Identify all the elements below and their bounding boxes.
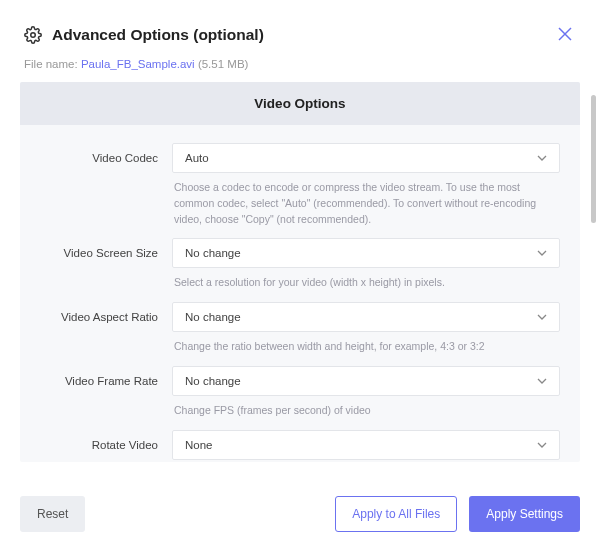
section-title: Video Options [20, 82, 580, 125]
gear-icon [24, 26, 42, 44]
select-value: Auto [185, 152, 209, 164]
select-value: No change [185, 375, 241, 387]
file-size: (5.51 MB) [198, 58, 249, 70]
apply-all-button[interactable]: Apply to All Files [335, 496, 457, 532]
close-icon [558, 27, 572, 41]
file-name-label: File name: [24, 58, 78, 70]
file-name-row: File name: Paula_FB_Sample.avi (5.51 MB) [0, 58, 600, 82]
hint-frame-rate: Change FPS (frames per second) of video [172, 396, 560, 419]
field-video-codec: Video Codec Auto Choose a codec to encod… [34, 143, 560, 227]
svg-point-0 [31, 33, 36, 38]
chevron-down-icon [537, 248, 547, 258]
label-screen-size: Video Screen Size [34, 238, 172, 259]
chevron-down-icon [537, 312, 547, 322]
modal-title: Advanced Options (optional) [52, 26, 554, 44]
select-frame-rate[interactable]: No change [172, 366, 560, 396]
chevron-down-icon [537, 440, 547, 450]
select-value: None [185, 439, 213, 451]
chevron-down-icon [537, 153, 547, 163]
reset-button[interactable]: Reset [20, 496, 85, 532]
select-value: No change [185, 311, 241, 323]
modal-header: Advanced Options (optional) [0, 0, 600, 58]
label-rotate-video: Rotate Video [34, 430, 172, 451]
hint-screen-size: Select a resolution for your video (widt… [172, 268, 560, 291]
field-rotate-video: Rotate Video None Video will be rotated … [34, 430, 560, 463]
select-screen-size[interactable]: No change [172, 238, 560, 268]
file-name-value: Paula_FB_Sample.avi [81, 58, 195, 70]
label-video-codec: Video Codec [34, 143, 172, 164]
field-aspect-ratio: Video Aspect Ratio No change Change the … [34, 302, 560, 355]
chevron-down-icon [537, 376, 547, 386]
select-aspect-ratio[interactable]: No change [172, 302, 560, 332]
field-frame-rate: Video Frame Rate No change Change FPS (f… [34, 366, 560, 419]
modal-footer: Reset Apply to All Files Apply Settings [0, 478, 600, 554]
field-screen-size: Video Screen Size No change Select a res… [34, 238, 560, 291]
select-rotate-video[interactable]: None [172, 430, 560, 460]
advanced-options-modal: Advanced Options (optional) File name: P… [0, 0, 600, 554]
fields-container: Video Codec Auto Choose a codec to encod… [20, 125, 580, 462]
hint-video-codec: Choose a codec to encode or compress the… [172, 173, 560, 227]
apply-settings-button[interactable]: Apply Settings [469, 496, 580, 532]
scrollbar-thumb[interactable] [591, 95, 596, 223]
hint-aspect-ratio: Change the ratio between width and heigh… [172, 332, 560, 355]
hint-rotate-video: Video will be rotated clockwise. [172, 460, 560, 463]
options-panel: Video Options Video Codec Auto Choose a … [20, 82, 580, 462]
select-video-codec[interactable]: Auto [172, 143, 560, 173]
label-frame-rate: Video Frame Rate [34, 366, 172, 387]
close-button[interactable] [554, 22, 576, 48]
select-value: No change [185, 247, 241, 259]
label-aspect-ratio: Video Aspect Ratio [34, 302, 172, 323]
